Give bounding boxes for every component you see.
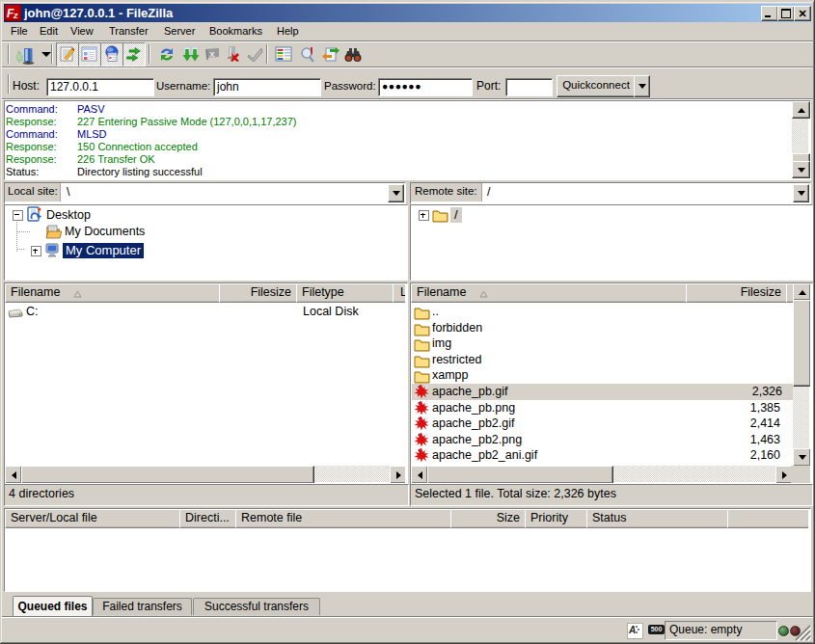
svg-text:A: A	[628, 625, 636, 635]
svg-text:x: x	[210, 49, 215, 59]
svg-text:z: z	[13, 11, 18, 20]
